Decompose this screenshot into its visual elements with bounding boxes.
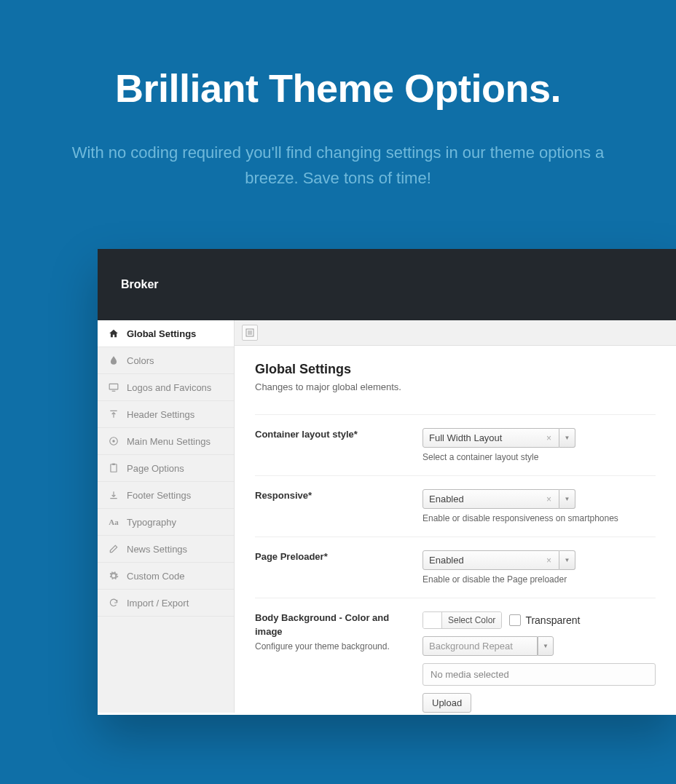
color-button-label: Select Color <box>442 612 501 628</box>
select-value: Enabled <box>429 494 464 504</box>
field-label: Page Preloader* <box>255 550 408 563</box>
color-swatch <box>423 612 442 628</box>
field-preloader: Page Preloader* Enabled × ▼ Enable or di… <box>255 536 656 598</box>
content: Global Settings Changes to major global … <box>235 346 676 713</box>
field-sublabel: Configure your theme background. <box>255 641 408 652</box>
sidebar-item-page-options[interactable]: Page Options <box>98 455 234 482</box>
clear-icon[interactable]: × <box>545 433 553 443</box>
expand-all-button[interactable] <box>242 325 258 341</box>
field-help: Select a container layout style <box>422 452 656 462</box>
clear-icon[interactable]: × <box>545 555 553 566</box>
container-layout-select[interactable]: Full Width Layout × ▼ <box>422 428 575 448</box>
sidebar-item-news-settings[interactable]: News Settings <box>98 536 234 563</box>
sidebar-item-label: News Settings <box>127 544 187 555</box>
pointer-up-icon <box>108 408 119 420</box>
sidebar-item-colors[interactable]: Colors <box>98 347 234 374</box>
sidebar-item-header-settings[interactable]: Header Settings <box>98 401 234 428</box>
select-color-button[interactable]: Select Color <box>422 611 502 629</box>
checkbox-box <box>509 614 521 626</box>
sidebar-item-label: Main Menu Settings <box>127 436 211 447</box>
sidebar-item-label: Custom Code <box>127 571 184 582</box>
panel-header: Broker <box>98 249 676 320</box>
chevron-down-icon[interactable]: ▼ <box>538 636 554 656</box>
sidebar-item-custom-code[interactable]: Custom Code <box>98 563 234 590</box>
refresh-icon <box>108 597 119 609</box>
cog-icon <box>108 570 119 582</box>
sidebar-item-label: Logos and Favicons <box>127 382 211 393</box>
select-value: Enabled <box>429 555 464 566</box>
field-label: Responsive* <box>255 489 408 502</box>
field-body-background: Body Background - Color and image Config… <box>255 598 656 713</box>
svg-point-3 <box>112 440 115 443</box>
hero-subtitle: With no coding required you'll find chan… <box>54 140 622 191</box>
sidebar-item-main-menu-settings[interactable]: Main Menu Settings <box>98 428 234 455</box>
svg-rect-5 <box>112 464 115 465</box>
pointer-down-icon <box>108 489 119 501</box>
sidebar-item-import-export[interactable]: Import / Export <box>98 590 234 617</box>
sidebar-item-label: Typography <box>127 517 176 528</box>
sidebar-item-typography[interactable]: AaTypography <box>98 509 234 536</box>
sidebar-item-label: Footer Settings <box>127 490 191 501</box>
main-area: Global Settings Changes to major global … <box>235 320 676 713</box>
aa-icon: Aa <box>108 516 119 528</box>
sidebar-item-label: Colors <box>127 355 154 366</box>
sidebar-item-label: Page Options <box>127 463 184 474</box>
field-label: Body Background - Color and image <box>255 611 408 638</box>
edit-icon <box>108 543 119 555</box>
section-description: Changes to major global elements. <box>255 381 656 392</box>
chevron-down-icon[interactable]: ▼ <box>559 550 575 570</box>
section-title: Global Settings <box>255 362 656 377</box>
svg-rect-0 <box>109 384 118 390</box>
svg-rect-4 <box>111 464 117 472</box>
field-help: Enable or disable responsiveness on smar… <box>422 513 656 523</box>
sidebar-item-label: Import / Export <box>127 598 189 609</box>
checkbox-label: Transparent <box>525 614 580 626</box>
select-value: Full Width Layout <box>429 432 502 443</box>
clear-icon[interactable]: × <box>545 494 553 504</box>
chevron-down-icon[interactable]: ▼ <box>559 428 575 448</box>
upload-button[interactable]: Upload <box>422 693 471 713</box>
transparent-checkbox[interactable]: Transparent <box>509 614 580 626</box>
options-panel: Broker Global SettingsColorsLogos and Fa… <box>98 249 676 715</box>
field-label: Container layout style* <box>255 428 408 441</box>
clipboard-icon <box>108 462 119 474</box>
panel-brand: Broker <box>121 278 159 290</box>
responsive-select[interactable]: Enabled × ▼ <box>422 489 575 509</box>
background-repeat-select[interactable]: Background Repeat ▼ <box>422 636 554 656</box>
home-icon <box>108 328 119 339</box>
monitor-icon <box>108 381 119 393</box>
field-responsive: Responsive* Enabled × ▼ Enable or disabl… <box>255 475 656 536</box>
sidebar-item-footer-settings[interactable]: Footer Settings <box>98 482 234 509</box>
sidebar-item-logos-and-favicons[interactable]: Logos and Favicons <box>98 374 234 401</box>
select-placeholder: Background Repeat <box>429 641 513 652</box>
hero-section: Brilliant Theme Options. With no coding … <box>0 0 676 234</box>
field-help: Enable or disable the Page preloader <box>422 574 656 585</box>
sidebar-item-label: Global Settings <box>127 328 196 339</box>
hero-title: Brilliant Theme Options. <box>44 66 632 111</box>
media-status: No media selected <box>422 663 656 686</box>
drop-icon <box>108 355 119 366</box>
preloader-select[interactable]: Enabled × ▼ <box>422 550 575 570</box>
sidebar-item-label: Header Settings <box>127 409 194 420</box>
field-container-layout: Container layout style* Full Width Layou… <box>255 414 656 475</box>
gear-circle-icon <box>108 435 119 447</box>
toolbar <box>235 320 676 346</box>
sidebar-item-global-settings[interactable]: Global Settings <box>98 320 234 347</box>
sidebar: Global SettingsColorsLogos and FaviconsH… <box>98 320 235 713</box>
chevron-down-icon[interactable]: ▼ <box>559 489 575 509</box>
